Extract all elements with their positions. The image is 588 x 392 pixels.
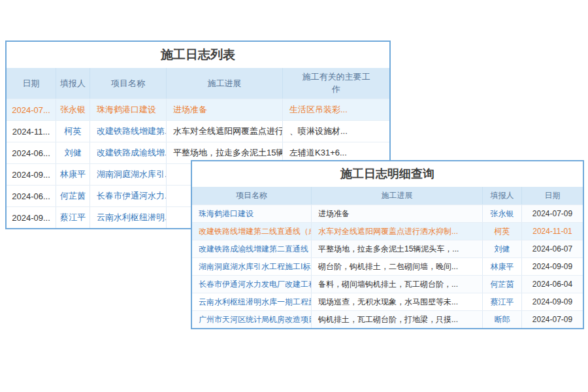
cell-progress: 平整场地，拉走多余泥土15辆泥头车，... <box>312 240 483 257</box>
detail-title: 施工日志明细查询 <box>192 161 583 187</box>
table-row[interactable]: 2024-07... 张永银 珠海鹤港口建设 进场准备 生活区吊装彩... <box>7 99 389 120</box>
cell-date: 2024-07-09 <box>522 311 583 328</box>
cell-progress: 现场巡查，无积水现象，水马围壁等未... <box>312 293 483 310</box>
table-row[interactable]: 2024-11... 柯英 改建铁路线增建第... 水车对全线遮阳网覆盖点进行洒… <box>7 120 389 142</box>
cell-progress: 水车对全线遮阳网覆盖点进行洒水抑制... <box>312 223 483 240</box>
log-list-header-row: 日期 填报人 项目名称 施工进展 施工有关的主要工作 <box>7 68 389 99</box>
header-reporter: 填报人 <box>56 68 90 99</box>
project-link[interactable]: 云南水利枢纽潜明... <box>90 207 167 228</box>
cell-date: 2024-07-09 <box>522 205 583 222</box>
cell-date: 2024-11... <box>7 121 56 142</box>
project-link[interactable]: 广州市天河区统计局机房改造项目 <box>192 311 312 328</box>
cell-progress: 进场准备 <box>167 99 283 120</box>
cell-date: 2024-06-07 <box>522 240 583 257</box>
cell-progress: 钩机排土，瓦工砌台阶，打地梁，只摸... <box>312 311 483 328</box>
project-link[interactable]: 珠海鹤港口建设 <box>90 99 167 120</box>
reporter-link[interactable]: 何芷茵 <box>56 186 90 206</box>
reporter-link[interactable]: 林康平 <box>56 164 90 185</box>
project-link[interactable]: 改建铁路成渝线增建第二直通线（成渝 <box>192 240 312 257</box>
header-date: 日期 <box>522 187 583 204</box>
project-link[interactable]: 湖南洞庭湖水库引水工程施工I标 <box>192 258 312 275</box>
table-row[interactable]: 改建铁路线增建第二线直通线（成都-西 水车对全线遮阳网覆盖点进行洒水抑制... … <box>192 222 583 240</box>
cell-progress: 砌台阶，钩机排土，二包砌间墙，晚间... <box>312 258 483 275</box>
project-link[interactable]: 长春市伊通河水力... <box>90 186 167 206</box>
reporter-link[interactable]: 柯英 <box>56 121 90 142</box>
cell-date: 2024-09... <box>7 164 56 185</box>
reporter-link[interactable]: 刘健 <box>56 142 90 163</box>
cell-progress: 水车对全线遮阳网覆盖点进行洒... <box>167 121 283 142</box>
reporter-link[interactable]: 刘健 <box>483 240 522 257</box>
reporter-link[interactable]: 张永银 <box>56 99 90 120</box>
cell-progress: 进场准备 <box>312 205 483 222</box>
cell-date: 2024-06... <box>7 142 56 163</box>
header-project: 项目名称 <box>192 187 312 204</box>
construction-log-detail-panel: 施工日志明细查询 项目名称 施工进展 填报人 日期 珠海鹤港口建设 进场准备 张… <box>191 160 584 329</box>
reporter-link[interactable]: 柯英 <box>483 223 522 240</box>
cell-main-work: 生活区吊装彩... <box>283 99 389 120</box>
header-progress: 施工进展 <box>312 187 483 204</box>
project-link[interactable]: 珠海鹤港口建设 <box>192 205 312 222</box>
cell-date: 2024-11-01 <box>522 223 583 240</box>
cell-progress: 备料，砌间墙钩机排土，瓦工砌台阶，... <box>312 276 483 293</box>
table-row[interactable]: 湖南洞庭湖水库引水工程施工I标 砌台阶，钩机排土，二包砌间墙，晚间... 林康平… <box>192 257 583 275</box>
project-link[interactable]: 改建铁路成渝线增... <box>90 142 167 163</box>
reporter-link[interactable]: 断郎 <box>483 311 522 328</box>
cell-date: 2024-09-09 <box>522 258 583 275</box>
cell-date: 2024-09... <box>7 207 56 228</box>
project-link[interactable]: 改建铁路线增建第... <box>90 121 167 142</box>
project-link[interactable]: 长春市伊通河水力发电厂改建工程 <box>192 276 312 293</box>
project-link[interactable]: 云南水利枢纽潜明水库一期工程施工I标 <box>192 293 312 310</box>
project-link[interactable]: 改建铁路线增建第二线直通线（成都-西 <box>192 223 312 240</box>
detail-header-row: 项目名称 施工进展 填报人 日期 <box>192 187 583 204</box>
header-date: 日期 <box>7 68 56 99</box>
cell-main-work: 、喷淋设施材... <box>283 121 389 142</box>
reporter-link[interactable]: 蔡江平 <box>483 293 522 310</box>
header-reporter: 填报人 <box>483 187 522 204</box>
log-list-title: 施工日志列表 <box>7 42 389 68</box>
table-row[interactable]: 长春市伊通河水力发电厂改建工程 备料，砌间墙钩机排土，瓦工砌台阶，... 何芷茵… <box>192 275 583 293</box>
reporter-link[interactable]: 张永银 <box>483 205 522 222</box>
cell-date: 2024-06-04 <box>522 276 583 293</box>
header-main-work-label: 施工有关的主要工作 <box>302 71 370 96</box>
header-main-work: 施工有关的主要工作 <box>283 68 389 99</box>
table-row[interactable]: 云南水利枢纽潜明水库一期工程施工I标 现场巡查，无积水现象，水马围壁等未... … <box>192 293 583 310</box>
table-row[interactable]: 广州市天河区统计局机房改造项目 钩机排土，瓦工砌台阶，打地梁，只摸... 断郎 … <box>192 310 583 328</box>
header-progress: 施工进展 <box>167 68 283 99</box>
cell-date: 2024-06... <box>7 186 56 206</box>
header-project: 项目名称 <box>90 68 167 99</box>
reporter-link[interactable]: 林康平 <box>483 258 522 275</box>
table-row[interactable]: 改建铁路成渝线增建第二直通线（成渝 平整场地，拉走多余泥土15辆泥头车，... … <box>192 240 583 257</box>
cell-date: 2024-07... <box>7 99 56 120</box>
reporter-link[interactable]: 蔡江平 <box>56 207 90 228</box>
cell-date: 2024-09-09 <box>522 293 583 310</box>
project-link[interactable]: 湖南洞庭湖水库引... <box>90 164 167 185</box>
reporter-link[interactable]: 何芷茵 <box>483 276 522 293</box>
table-row[interactable]: 珠海鹤港口建设 进场准备 张永银 2024-07-09 <box>192 204 583 222</box>
